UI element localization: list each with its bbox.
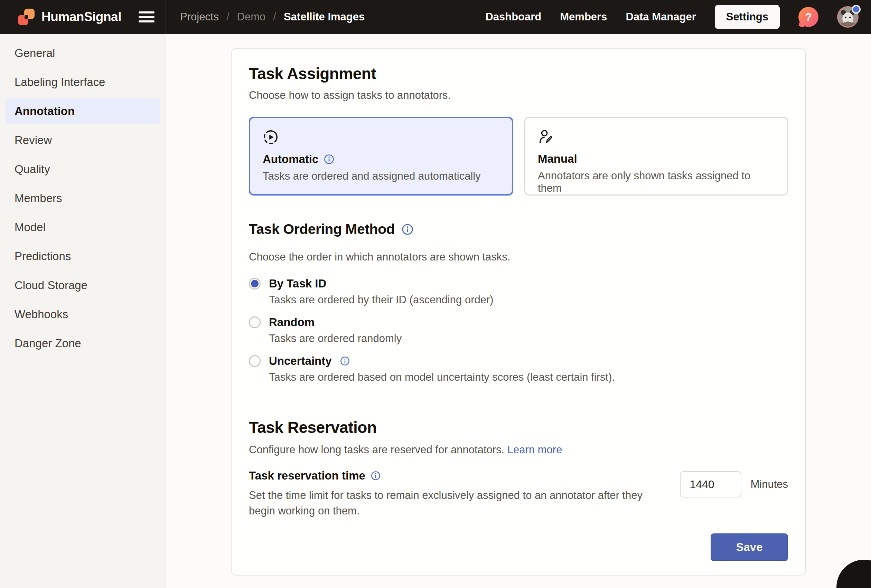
task-assignment-title: Task Assignment <box>249 64 376 83</box>
assignment-options: Automatic Tasks are ordered and assigned… <box>249 117 788 196</box>
reservation-time-input[interactable] <box>680 471 741 497</box>
automatic-option-label: Automatic <box>263 153 318 166</box>
sidebar-item-cloud-storage[interactable]: Cloud Storage <box>0 271 166 300</box>
radio-selected-icon[interactable] <box>249 278 260 290</box>
assignment-option-manual[interactable]: Manual Annotators are only shown tasks a… <box>524 117 788 196</box>
nav-data-manager[interactable]: Data Manager <box>626 11 696 23</box>
breadcrumb-separator: / <box>273 11 276 23</box>
reservation-field-text: Task reservation time Set the time limit… <box>249 469 657 519</box>
avatar-status-badge <box>852 5 861 14</box>
uncertainty-description: Tasks are ordered based on model uncerta… <box>269 371 615 384</box>
reservation-input-group: Minutes <box>680 471 788 497</box>
ordering-option-random: Random Tasks are ordered randomly <box>249 316 615 345</box>
task-reservation-title: Task Reservation <box>249 418 377 437</box>
learn-more-link[interactable]: Learn more <box>507 443 562 456</box>
radio-unselected-icon[interactable] <box>249 316 260 328</box>
reservation-time-label: Task reservation time <box>249 469 365 482</box>
by-task-id-description: Tasks are ordered by their ID (ascending… <box>269 294 615 306</box>
info-icon[interactable] <box>371 471 380 481</box>
task-ordering-options: By Task ID Tasks are ordered by their ID… <box>249 277 615 393</box>
ordering-option-by-task-id: By Task ID Tasks are ordered by their ID… <box>249 277 615 306</box>
nav-members[interactable]: Members <box>560 11 607 23</box>
info-icon[interactable] <box>402 224 413 235</box>
question-mark-icon: ? <box>805 11 812 24</box>
ordering-option-uncertainty: Uncertainty Tasks are ordered based on m… <box>249 354 615 384</box>
sidebar-item-annotation[interactable]: Annotation <box>0 97 166 126</box>
save-button[interactable]: Save <box>711 533 788 561</box>
sidebar-item-danger-zone[interactable]: Danger Zone <box>0 329 166 358</box>
sidebar-item-general[interactable]: General <box>0 39 166 68</box>
settings-sidebar: General Labeling Interface Annotation Re… <box>0 34 166 588</box>
task-ordering-heading-row: Task Ordering Method <box>249 221 413 237</box>
automatic-option-description: Tasks are ordered and assigned automatic… <box>263 170 500 182</box>
sidebar-item-quality[interactable]: Quality <box>0 155 166 184</box>
breadcrumb-projects[interactable]: Projects <box>180 11 219 23</box>
breadcrumb-current-page: Satellite Images <box>284 11 365 23</box>
radio-unselected-icon[interactable] <box>249 355 260 367</box>
auto-play-icon <box>263 129 278 145</box>
reservation-time-description: Set the time limit for tasks to remain e… <box>249 488 657 519</box>
assignment-option-automatic[interactable]: Automatic Tasks are ordered and assigned… <box>249 117 513 196</box>
annotation-settings-card: Task Assignment Choose how to assign tas… <box>231 48 806 576</box>
nav-dashboard[interactable]: Dashboard <box>485 11 541 23</box>
random-description: Tasks are ordered randomly <box>269 332 615 345</box>
user-avatar[interactable] <box>837 6 859 28</box>
breadcrumb-demo[interactable]: Demo <box>237 11 266 23</box>
sidebar-item-model[interactable]: Model <box>0 213 166 242</box>
sidebar-item-members[interactable]: Members <box>0 184 166 213</box>
header-nav: Dashboard Members Data Manager Settings … <box>485 5 871 29</box>
sidebar-item-predictions[interactable]: Predictions <box>0 242 166 271</box>
save-row: Save <box>711 533 788 561</box>
hamburger-menu-icon[interactable] <box>139 11 155 23</box>
task-reservation-subtitle: Configure how long tasks are reserved fo… <box>249 443 562 456</box>
task-ordering-subtitle: Choose the order in which annotators are… <box>249 251 510 263</box>
info-icon[interactable] <box>340 356 350 366</box>
manual-option-description: Annotators are only shown tasks assigned… <box>538 170 775 194</box>
breadcrumb: Projects / Demo / Satellite Images <box>166 11 485 23</box>
sidebar-item-labeling-interface[interactable]: Labeling Interface <box>0 68 166 97</box>
person-edit-icon <box>538 129 554 145</box>
humansignal-logo-icon <box>17 8 35 26</box>
top-bar: HumanSignal Projects / Demo / Satellite … <box>0 0 871 34</box>
reservation-time-row: Task reservation time Set the time limit… <box>249 469 788 519</box>
minutes-label: Minutes <box>750 478 788 491</box>
radio-by-task-id[interactable]: By Task ID <box>249 277 615 290</box>
task-ordering-title: Task Ordering Method <box>249 221 395 237</box>
humansignal-logo[interactable]: HumanSignal <box>17 8 121 26</box>
logo-text: HumanSignal <box>42 10 121 24</box>
task-assignment-subtitle: Choose how to assign tasks to annotators… <box>249 89 451 101</box>
sidebar-item-review[interactable]: Review <box>0 126 166 155</box>
help-button[interactable]: ? <box>798 7 819 27</box>
main-content: Task Assignment Choose how to assign tas… <box>166 34 871 588</box>
nav-settings-button[interactable]: Settings <box>715 5 780 29</box>
sidebar-item-webhooks[interactable]: Webhooks <box>0 300 166 329</box>
info-icon[interactable] <box>324 154 334 164</box>
radio-uncertainty[interactable]: Uncertainty <box>249 354 615 367</box>
header-left: HumanSignal <box>0 0 166 34</box>
manual-option-label: Manual <box>538 152 577 166</box>
breadcrumb-separator: / <box>226 11 229 23</box>
app-root: HumanSignal Projects / Demo / Satellite … <box>0 0 871 588</box>
radio-random[interactable]: Random <box>249 316 615 329</box>
